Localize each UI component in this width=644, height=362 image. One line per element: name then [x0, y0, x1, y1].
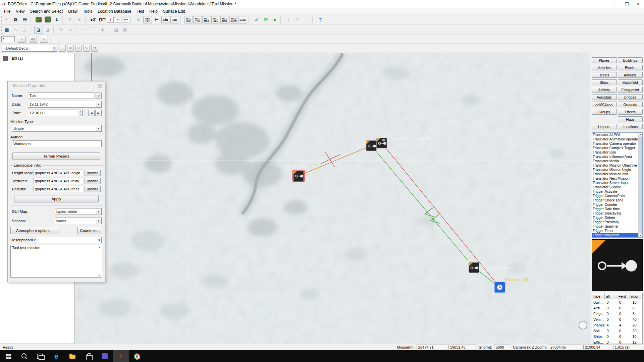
close-button[interactable]: ✕ [633, 0, 644, 8]
textures-field[interactable]: graphics\LANDSCAPE\textu [34, 178, 83, 184]
mcu-list-item[interactable]: Trigger:Spawner [592, 224, 638, 229]
category-button[interactable]: Helpers [592, 124, 617, 129]
scroll-up-icon[interactable]: ▲ [639, 133, 642, 136]
mcu-uns-button[interactable]: MCU UNS [220, 16, 229, 23]
taxi-graph-icon[interactable]: ⊢ [152, 16, 161, 24]
mcu-list-item[interactable]: Trigger:Check zone [592, 198, 638, 202]
scrollbar-thumb[interactable] [639, 137, 642, 233]
import-icon[interactable]: ⇓ [52, 16, 61, 24]
menu-item[interactable]: Test [134, 8, 147, 14]
nodes-add-icon[interactable]: ⋯ [80, 26, 89, 34]
align-bottom-icon[interactable]: ⊥ [284, 16, 293, 24]
mcu-list-item[interactable]: Trigger:CameraPoint [592, 194, 638, 198]
start-button[interactable] [0, 350, 16, 362]
height-map-field[interactable]: graphics\LANDSCAPE\heigh [34, 170, 83, 176]
mcu-list-item[interactable]: Trigger:Waypoint [592, 233, 638, 237]
menu-item[interactable]: File [1, 8, 13, 14]
labels-icon[interactable]: ☷ [20, 16, 29, 24]
node-move-icon[interactable]: ╪ [98, 26, 107, 34]
maximize-button[interactable]: ❐ [621, 0, 633, 8]
prev-button[interactable]: < [18, 36, 26, 43]
mcu-list-item[interactable]: Translator:Mission Objective [592, 163, 638, 168]
time-next-button[interactable]: ▶ [95, 110, 102, 116]
launcher-button[interactable] [97, 350, 113, 362]
all-button[interactable]: All [29, 36, 37, 43]
menu-item[interactable]: Surface Edit [160, 8, 187, 14]
menu-item[interactable]: Draw [65, 8, 80, 14]
category-button[interactable]: >>MCUs<< [592, 102, 617, 107]
grp-label-icon[interactable]: GRP [122, 17, 129, 22]
decal-remove-button[interactable]: ⊖ [75, 45, 82, 52]
menu-item[interactable]: Location Database [95, 8, 134, 14]
menu-item[interactable]: Help [147, 8, 160, 14]
terrain-add-icon[interactable]: ▦ [45, 17, 51, 22]
scroll-down-icon[interactable]: ▼ [639, 234, 642, 237]
category-button[interactable]: Bridges [618, 94, 643, 100]
image-up-icon[interactable]: ◩ [121, 26, 129, 34]
copy-icon[interactable]: ⧉ [11, 16, 20, 24]
chevron-down-icon[interactable]: ▼ [96, 218, 101, 224]
date-select[interactable]: 19.11.1942 ▼ [28, 101, 102, 108]
mcu-list-item[interactable]: Trigger:Date time [592, 207, 638, 211]
category-button[interactable]: Ships [592, 79, 617, 85]
align-top-icon[interactable]: ⊤ [293, 16, 302, 24]
menu-item[interactable]: Search and Select [27, 8, 65, 14]
list-scrollbar[interactable]: ▲ ▼ [638, 133, 642, 237]
time-spinner[interactable]: ▲▼ [78, 110, 83, 116]
dialog-title[interactable]: Mission Properties [8, 81, 105, 90]
category-button[interactable]: Airfields [618, 72, 643, 78]
decal-next-button[interactable]: ⇉ [91, 45, 98, 52]
apply-button[interactable]: Apply [14, 195, 99, 202]
grid-add-icon[interactable]: ▦ [2, 26, 11, 34]
edge-button[interactable]: e [48, 350, 64, 362]
counts-header-cell[interactable]: type [592, 293, 605, 299]
map-canvas[interactable]: Trigger:Waypoint (Id: 16) Trigger:Waypoi… [74, 53, 590, 344]
boseditor-task-button[interactable]: ✈ [113, 350, 129, 362]
up-icon[interactable]: ↑ [302, 16, 311, 24]
author-field[interactable] [12, 140, 102, 147]
category-button[interactable]: Blocks [618, 65, 643, 70]
record-icon[interactable]: ● [270, 16, 279, 24]
decal-pen-button[interactable]: ✎ [83, 45, 90, 52]
loc-button[interactable]: LOC [238, 16, 247, 23]
mcu-list-item[interactable]: Translator:Mission end [592, 172, 638, 176]
category-button[interactable]: Grounds [618, 102, 643, 107]
mcu-list-item[interactable]: Translator:Next Mission [592, 176, 638, 181]
mail-icon[interactable]: ✉ [261, 16, 270, 24]
mcu-list-item[interactable]: Translator:Media [592, 159, 638, 163]
info-icon[interactable]: i [107, 17, 114, 23]
decal-frame-button[interactable]: ▫ [59, 45, 66, 52]
category-button[interactable]: Aerostats [592, 94, 617, 100]
filter-input[interactable] [1, 36, 15, 42]
category-button[interactable]: Trains [592, 72, 617, 78]
txt-label-icon[interactable]: TXT [114, 17, 121, 22]
mcu-list-item[interactable]: Translator:Server Input [592, 181, 638, 185]
bridge-icon[interactable]: ⊓⊓ [98, 16, 107, 24]
menu-item[interactable]: Tools [80, 8, 95, 14]
mcu-list-item[interactable]: Trigger:Timer [592, 229, 638, 233]
mcu-list-item[interactable]: Translator:Complex Trigger [592, 146, 638, 150]
category-button[interactable]: Buildings [618, 57, 643, 63]
curve-add-icon[interactable]: ⌒ [89, 26, 98, 34]
mcu-list-item[interactable]: Trigger:Deactivate [592, 211, 638, 216]
check-icon[interactable]: ✔ [252, 16, 261, 24]
id-field[interactable] [37, 237, 102, 243]
cut-icon[interactable]: ✂ [2, 16, 11, 24]
category-button[interactable]: Vehicles [592, 65, 617, 70]
waypoint-icon[interactable] [377, 138, 387, 148]
mcu-list-item[interactable]: Translator:Animation operato [592, 137, 638, 141]
chevron-down-icon[interactable]: ▼ [96, 209, 101, 214]
blocks-button[interactable]: ⊟D [170, 16, 179, 23]
map-viewport[interactable]: Trigger:Waypoint (Id: 16) Trigger:Waypoi… [74, 53, 590, 344]
mcu-list-item[interactable]: Trigger:Delete [592, 216, 638, 220]
forests-field[interactable]: graphics\LANDSCAPE\trees [34, 186, 83, 192]
mcu-list-item[interactable]: Translator:Subtitle [592, 185, 638, 189]
dialog-close-button[interactable] [98, 84, 102, 88]
mcu-list-item[interactable]: Translator:AI POI [592, 133, 638, 137]
season-select[interactable]: winter ▼ [55, 218, 102, 224]
tree-item-mission-root[interactable]: Taxi (1) [0, 53, 74, 61]
sort-icon[interactable]: ▸Z [89, 16, 98, 24]
select-rect-icon[interactable]: ▱ [66, 26, 75, 34]
file-explorer-button[interactable] [64, 350, 80, 362]
mcu-list-item[interactable]: Translator:Mission begin [592, 168, 638, 172]
